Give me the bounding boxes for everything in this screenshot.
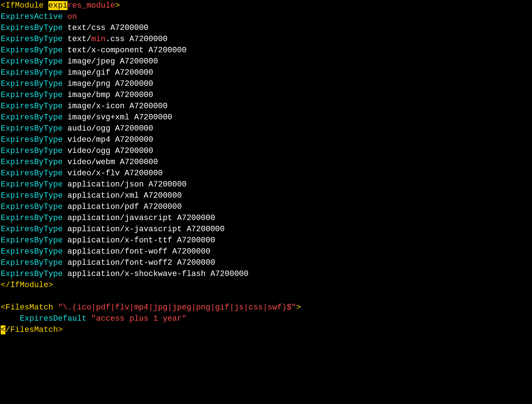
directive: ExpiresDefault bbox=[20, 314, 87, 323]
directive: ExpiresByType bbox=[1, 102, 63, 111]
expires-active-line: ExpiresActive on bbox=[1, 12, 77, 21]
directive: ExpiresByType bbox=[1, 35, 63, 44]
rule-value: application/pdf A7200000 bbox=[63, 202, 182, 211]
rule-value: image/bmp A7200000 bbox=[63, 91, 153, 100]
expires-rule-line: ExpiresByType image/gif A7200000 bbox=[1, 68, 153, 77]
expires-rule-line: ExpiresByType video/x-flv A7200000 bbox=[1, 169, 163, 178]
rule-value: text/ bbox=[63, 35, 91, 44]
expires-rule-line: ExpiresByType application/javascript A72… bbox=[1, 214, 215, 223]
rule-value: video/ogg A7200000 bbox=[63, 146, 153, 155]
expires-rule-line: ExpiresByType image/jpeg A7200000 bbox=[1, 57, 158, 66]
directive: ExpiresByType bbox=[1, 158, 63, 167]
expires-rule-line: ExpiresByType application/pdf A7200000 bbox=[1, 202, 182, 211]
expires-rule-line: ExpiresByType video/mp4 A7200000 bbox=[1, 135, 153, 144]
filesmatch-close-rest: /FilesMatch> bbox=[5, 325, 62, 334]
expires-rule-line: ExpiresByType application/xml A7200000 bbox=[1, 191, 182, 200]
code-editor[interactable]: <IfModule expires_module> ExpiresActive … bbox=[0, 0, 532, 335]
highlight-token: min bbox=[91, 35, 106, 44]
rule-value: application/font-woff2 A7200000 bbox=[63, 258, 215, 267]
rule-value: application/javascript A7200000 bbox=[63, 214, 215, 223]
rule-value: application/xml A7200000 bbox=[63, 191, 182, 200]
ifmodule-open-line: <IfModule expires_module> bbox=[1, 1, 120, 10]
directive: ExpiresByType bbox=[1, 124, 63, 133]
ifmodule-tag: IfModule bbox=[5, 1, 48, 10]
filesmatch-open-line: <FilesMatch "\.(ico|pdf|flv|mp4|jpg|jpeg… bbox=[1, 303, 301, 312]
expires-rule-line: ExpiresByType audio/ogg A7200000 bbox=[1, 124, 153, 133]
directive: ExpiresByType bbox=[1, 169, 63, 178]
expires-rule-line: ExpiresByType video/ogg A7200000 bbox=[1, 146, 153, 155]
expires-rule-line: ExpiresByType application/font-woff A720… bbox=[1, 247, 210, 256]
rule-value: application/font-woff A7200000 bbox=[63, 247, 210, 256]
indent bbox=[1, 314, 20, 323]
directive: ExpiresByType bbox=[1, 146, 63, 155]
rule-value: video/webm A7200000 bbox=[63, 158, 158, 167]
expires-rule-line: ExpiresByType image/bmp A7200000 bbox=[1, 91, 153, 100]
expires-rule-line: ExpiresByType text/x-component A7200000 bbox=[1, 46, 187, 55]
directive: ExpiresByType bbox=[1, 214, 63, 223]
rule-value: text/css A7200000 bbox=[63, 23, 149, 32]
expires-rule-line: ExpiresByType application/font-woff2 A72… bbox=[1, 258, 215, 267]
expires-rule-line: ExpiresByType image/svg+xml A7200000 bbox=[1, 113, 172, 122]
expires-rule-line: ExpiresByType image/png A7200000 bbox=[1, 79, 153, 88]
directive: ExpiresByType bbox=[1, 236, 63, 245]
directive: ExpiresByType bbox=[1, 68, 63, 77]
angle-open: < bbox=[1, 303, 5, 312]
angle-close: > bbox=[296, 303, 301, 312]
rule-value: image/png A7200000 bbox=[63, 79, 153, 88]
expires-default-value: "access plus 1 year" bbox=[87, 314, 187, 323]
directive: ExpiresByType bbox=[1, 79, 63, 88]
filesmatch-tag: FilesMatch bbox=[5, 303, 58, 312]
directive: ExpiresByType bbox=[1, 113, 63, 122]
expires-rule-line: ExpiresByType video/webm A7200000 bbox=[1, 158, 158, 167]
value-on: on bbox=[67, 12, 77, 21]
rule-value: image/jpeg A7200000 bbox=[63, 57, 158, 66]
ifmodule-close-line: </IfModule> bbox=[1, 281, 53, 290]
directive: ExpiresByType bbox=[1, 23, 63, 32]
rule-value: image/gif A7200000 bbox=[63, 68, 153, 77]
rule-value: image/svg+xml A7200000 bbox=[63, 113, 173, 122]
rule-value: application/x-shockwave-flash A7200000 bbox=[63, 269, 249, 278]
search-highlight: expi bbox=[48, 1, 67, 10]
rule-value: video/mp4 A7200000 bbox=[63, 135, 153, 144]
filesmatch-pattern: "\.(ico|pdf|flv|mp4|jpg|jpeg|png|gif|js|… bbox=[58, 303, 296, 312]
directive: ExpiresByType bbox=[1, 180, 63, 189]
angle-close: > bbox=[115, 1, 120, 10]
module-name-suffix: res_module bbox=[67, 1, 115, 10]
directive: ExpiresByType bbox=[1, 46, 63, 55]
rule-value: text/x-component A7200000 bbox=[63, 46, 187, 55]
expires-rule-line: ExpiresByType application/x-javascript A… bbox=[1, 225, 225, 234]
directive: ExpiresByType bbox=[1, 258, 63, 267]
directive: ExpiresActive bbox=[1, 12, 63, 21]
directive: ExpiresByType bbox=[1, 269, 63, 278]
rule-value: image/x-icon A7200000 bbox=[63, 102, 167, 111]
expires-rule-line: ExpiresByType text/css A7200000 bbox=[1, 23, 148, 32]
expires-rule-line: ExpiresByType image/x-icon A7200000 bbox=[1, 102, 167, 111]
expires-rule-line: ExpiresByType application/x-shockwave-fl… bbox=[1, 269, 249, 278]
rule-value: audio/ogg A7200000 bbox=[63, 124, 153, 133]
expires-default-line: ExpiresDefault "access plus 1 year" bbox=[1, 314, 187, 323]
rule-value: video/x-flv A7200000 bbox=[63, 169, 163, 178]
directive: ExpiresByType bbox=[1, 225, 63, 234]
rule-value: application/json A7200000 bbox=[63, 180, 187, 189]
directive: ExpiresByType bbox=[1, 247, 63, 256]
directive: ExpiresByType bbox=[1, 202, 63, 211]
rule-value: application/x-javascript A7200000 bbox=[63, 225, 225, 234]
directive: ExpiresByType bbox=[1, 135, 63, 144]
filesmatch-close-line: </FilesMatch> bbox=[1, 325, 63, 334]
directive: ExpiresByType bbox=[1, 91, 63, 100]
expires-rule-line: ExpiresByType application/x-font-ttf A72… bbox=[1, 236, 215, 245]
angle-open: < bbox=[1, 1, 5, 10]
rule-value: .css A7200000 bbox=[105, 35, 167, 44]
cursor: < bbox=[1, 325, 5, 334]
directive: ExpiresByType bbox=[1, 57, 63, 66]
rule-value: application/x-font-ttf A7200000 bbox=[63, 236, 215, 245]
expires-rule-line: ExpiresByType text/min.css A7200000 bbox=[1, 35, 167, 44]
expires-rule-line: ExpiresByType application/json A7200000 bbox=[1, 180, 187, 189]
directive: ExpiresByType bbox=[1, 191, 63, 200]
